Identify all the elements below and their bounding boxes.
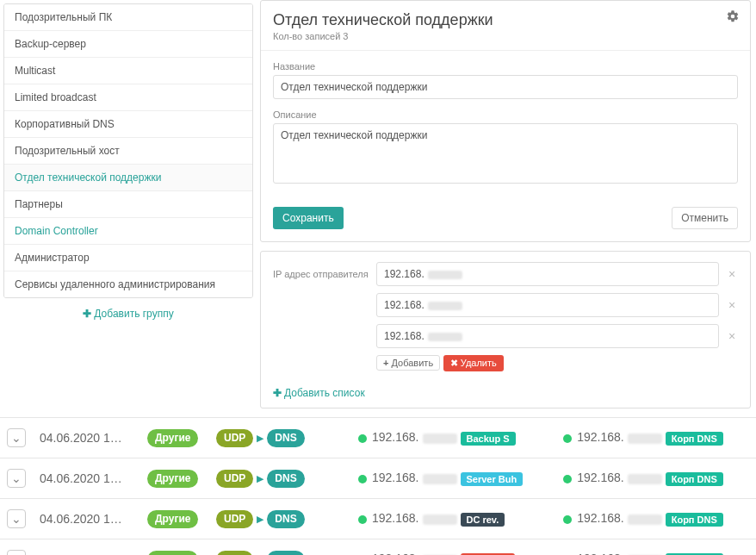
src-tag: Server Buh	[461, 472, 524, 486]
sidebar-item-2[interactable]: Multicast	[4, 58, 252, 84]
sidebar-item-1[interactable]: Backup-сервер	[4, 31, 252, 58]
log-date: 04.06.2020 1…	[33, 418, 140, 458]
chevron-right-icon: ▶	[257, 433, 263, 444]
expand-row-button[interactable]: ⌄	[7, 550, 26, 555]
add-ip-button[interactable]: + Добавить	[376, 355, 440, 371]
sidebar-item-7[interactable]: Партнеры	[4, 191, 252, 218]
desc-textarea[interactable]: Отдел технической поддержки	[273, 123, 738, 184]
remove-ip-icon[interactable]: ×	[726, 267, 738, 281]
src-cell: 192.168.Server Buh	[351, 458, 556, 499]
sidebar-item-4[interactable]: Корпоративный DNS	[4, 111, 252, 138]
log-row: ⌄04.06.2020 1…ДругиеUDP▶DNS192.168.Backu…	[0, 418, 756, 458]
proto-dns-pill: DNS	[267, 510, 304, 528]
remove-ip-icon[interactable]: ×	[726, 298, 738, 312]
type-pill: Другие	[147, 429, 198, 447]
ip-input-2[interactable]: 192.168.	[376, 324, 719, 348]
ip-panel: IP адрес отправителя192.168.×192.168.×19…	[260, 251, 751, 408]
dst-cell: 192.168.Корп DNS	[556, 418, 756, 458]
ip-label: IP адрес отправителя	[273, 269, 376, 279]
add-group-link[interactable]: ✚Добавить группу	[83, 308, 173, 320]
dst-cell: 192.168.Корп DNS	[556, 499, 756, 539]
expand-row-button[interactable]: ⌄	[7, 428, 26, 447]
log-row: ⌄04.06.2020 1…ДругиеUDP▶DNS192.168.Serve…	[0, 458, 756, 499]
ip-input-0[interactable]: 192.168.	[376, 262, 719, 286]
proto-dns-pill: DNS	[267, 551, 304, 556]
records-count: Кол-во записей 3	[273, 31, 738, 41]
remove-ip-icon[interactable]: ×	[726, 329, 738, 343]
dst-cell: 192.168.Корп DNS	[556, 539, 756, 556]
sidebar: Подозрительный ПКBackup-серверMulticastL…	[3, 3, 253, 298]
status-dot-icon	[563, 434, 572, 443]
chevron-right-icon: ▶	[257, 473, 263, 484]
proto-udp-pill: UDP	[216, 429, 253, 447]
src-cell: 192.168.DC rev.	[351, 499, 556, 539]
sidebar-item-0[interactable]: Подозрительный ПК	[4, 4, 252, 31]
group-panel: Отдел технической поддержки Кол-во запис…	[260, 0, 751, 242]
status-dot-icon	[358, 434, 367, 443]
sidebar-item-3[interactable]: Limited broadcast	[4, 84, 252, 111]
proto-dns-pill: DNS	[267, 470, 304, 488]
proto-udp-pill: UDP	[216, 551, 253, 556]
plus-icon: ✚	[273, 387, 282, 399]
sidebar-item-5[interactable]: Подозрительный хост	[4, 138, 252, 165]
chevron-right-icon: ▶	[257, 514, 263, 525]
src-tag: Backup S	[461, 432, 516, 446]
dst-tag: Корп DNS	[666, 432, 723, 446]
status-dot-icon	[358, 515, 367, 524]
proto-chain: UDP▶DNS	[216, 551, 305, 556]
expand-row-button[interactable]: ⌄	[7, 469, 26, 488]
proto-udp-pill: UDP	[216, 470, 253, 488]
type-pill: Другие	[147, 470, 198, 488]
proto-dns-pill: DNS	[267, 429, 304, 447]
name-label: Название	[273, 61, 738, 72]
save-button[interactable]: Сохранить	[273, 207, 344, 229]
dst-cell: 192.168.Корп DNS	[556, 458, 756, 499]
sidebar-item-8[interactable]: Domain Controller	[4, 218, 252, 245]
delete-ip-button[interactable]: ✖ Удалить	[443, 355, 504, 371]
gear-icon[interactable]	[726, 9, 740, 26]
type-pill: Другие	[147, 551, 198, 556]
log-date: 04.06.2020 1…	[33, 539, 140, 556]
proto-udp-pill: UDP	[216, 510, 253, 528]
cancel-button[interactable]: Отменить	[672, 207, 738, 229]
proto-chain: UDP▶DNS	[216, 510, 305, 528]
dst-tag: Корп DNS	[666, 472, 723, 486]
status-dot-icon	[563, 515, 572, 524]
log-table: ⌄04.06.2020 1…ДругиеUDP▶DNS192.168.Backu…	[0, 417, 756, 555]
src-tag: DC rev.	[461, 513, 505, 527]
src-cell: 192.168.Backup S	[351, 418, 556, 458]
dst-tag: Корп DNS	[666, 513, 723, 527]
expand-row-button[interactable]: ⌄	[7, 509, 26, 528]
add-list-link[interactable]: ✚Добавить список	[273, 387, 365, 399]
log-date: 04.06.2020 1…	[33, 499, 140, 539]
proto-chain: UDP▶DNS	[216, 429, 305, 447]
log-row: ⌄04.06.2020 1…ДругиеUDP▶DNS192.168.Unkno…	[0, 539, 756, 556]
page-title: Отдел технической поддержки	[273, 11, 738, 29]
proto-chain: UDP▶DNS	[216, 470, 305, 488]
sidebar-item-6[interactable]: Отдел технической поддержки	[4, 165, 252, 191]
sidebar-item-9[interactable]: Администратор	[4, 245, 252, 271]
status-dot-icon	[358, 475, 367, 483]
desc-label: Описание	[273, 109, 738, 120]
plus-icon: ✚	[83, 308, 91, 320]
name-input[interactable]	[273, 75, 738, 99]
add-group-label: Добавить группу	[94, 308, 173, 320]
ip-input-1[interactable]: 192.168.	[376, 293, 719, 317]
sidebar-item-10[interactable]: Сервисы удаленного администрирования	[4, 271, 252, 297]
log-row: ⌄04.06.2020 1…ДругиеUDP▶DNS192.168.DC re…	[0, 499, 756, 539]
type-pill: Другие	[147, 510, 198, 528]
log-date: 04.06.2020 1…	[33, 458, 140, 499]
add-list-label: Добавить список	[284, 387, 365, 399]
src-cell: 192.168.Unknown	[351, 539, 556, 556]
status-dot-icon	[563, 475, 572, 483]
